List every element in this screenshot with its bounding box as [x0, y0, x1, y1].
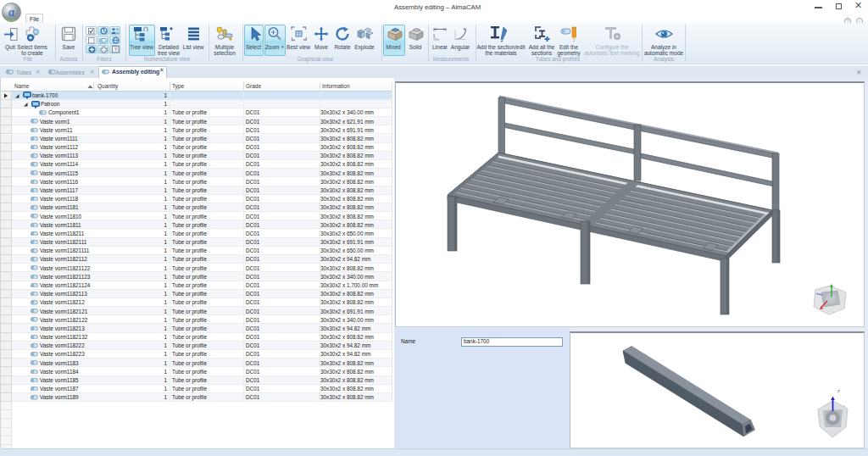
svg-text:a: a — [8, 6, 14, 19]
svg-text:?: ? — [114, 46, 117, 52]
svg-text:z: z — [837, 388, 840, 393]
